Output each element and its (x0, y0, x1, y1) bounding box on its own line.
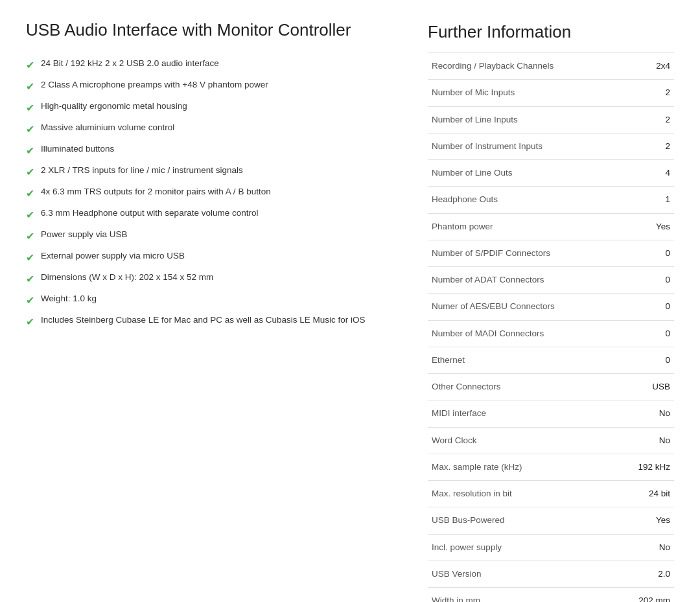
spec-row: Incl. power supplyNo (428, 534, 674, 561)
feature-item: ✔2 Class A microphone preamps with +48 V… (26, 76, 389, 97)
spec-label: Max. resolution in bit (428, 481, 620, 507)
spec-label: Other Connectors (428, 374, 620, 400)
spec-row: Number of ADAT Connectors0 (428, 267, 674, 294)
feature-text: High-quality ergonomic metal housing (41, 100, 187, 113)
spec-value: 0 (620, 294, 674, 320)
spec-label: Headphone Outs (428, 187, 620, 213)
spec-row: Headphone Outs1 (428, 187, 674, 213)
feature-text: Massive aluminium volume control (41, 121, 174, 134)
spec-label: USB Version (428, 561, 620, 587)
spec-label: Phantom power (428, 213, 620, 240)
feature-text: 24 Bit / 192 kHz 2 x 2 USB 2.0 audio int… (41, 57, 219, 70)
spec-label: Ethernet (428, 347, 620, 373)
feature-item: ✔High-quality ergonomic metal housing (26, 97, 389, 119)
feature-item: ✔Weight: 1.0 kg (26, 290, 389, 311)
spec-value: 2 (620, 106, 674, 133)
spec-value: No (620, 400, 674, 427)
features-list: ✔24 Bit / 192 kHz 2 x 2 USB 2.0 audio in… (26, 54, 389, 332)
spec-row: Number of MADI Connectors0 (428, 320, 674, 347)
spec-value: 0 (620, 347, 674, 373)
spec-value: No (620, 427, 674, 454)
check-icon: ✔ (26, 100, 34, 116)
spec-row: MIDI interfaceNo (428, 400, 674, 427)
spec-value: No (620, 534, 674, 561)
spec-label: Width in mm (428, 588, 620, 603)
spec-label: Recording / Playback Channels (428, 53, 620, 80)
spec-row: Max. resolution in bit24 bit (428, 481, 674, 507)
spec-label: Word Clock (428, 427, 620, 454)
feature-text: 4x 6.3 mm TRS outputs for 2 monitor pair… (41, 185, 271, 198)
feature-item: ✔Illuminated buttons (26, 140, 389, 161)
spec-label: Number of ADAT Connectors (428, 267, 620, 294)
spec-value: USB (620, 374, 674, 400)
feature-item: ✔2 XLR / TRS inputs for line / mic / ins… (26, 161, 389, 183)
check-icon: ✔ (26, 58, 34, 73)
feature-text: 2 XLR / TRS inputs for line / mic / inst… (41, 164, 243, 177)
spec-label: USB Bus-Powered (428, 507, 620, 534)
feature-item: ✔4x 6.3 mm TRS outputs for 2 monitor pai… (26, 183, 389, 204)
spec-row: Number of Line Inputs2 (428, 106, 674, 133)
spec-label: Number of Instrument Inputs (428, 133, 620, 159)
spec-value: 24 bit (620, 481, 674, 507)
spec-value: 2 (620, 133, 674, 159)
feature-text: Power supply via USB (41, 228, 128, 241)
feature-item: ✔Includes Steinberg Cubase LE for Mac an… (26, 311, 389, 332)
spec-row: USB Version2.0 (428, 561, 674, 587)
check-icon: ✔ (26, 314, 34, 330)
feature-item: ✔Power supply via USB (26, 226, 389, 247)
spec-value: 0 (620, 320, 674, 347)
feature-item: ✔6.3 mm Headphone output with separate v… (26, 204, 389, 226)
check-icon: ✔ (26, 250, 34, 266)
feature-item: ✔External power supply via micro USB (26, 247, 389, 268)
check-icon: ✔ (26, 229, 34, 244)
feature-item: ✔24 Bit / 192 kHz 2 x 2 USB 2.0 audio in… (26, 54, 389, 76)
check-icon: ✔ (26, 143, 34, 159)
feature-text: 6.3 mm Headphone output with separate vo… (41, 207, 258, 220)
spec-label: Number of MADI Connectors (428, 320, 620, 347)
spec-value: 0 (620, 267, 674, 294)
feature-text: Dimensions (W x D x H): 202 x 154 x 52 m… (41, 271, 213, 284)
spec-row: Numer of AES/EBU Connectors0 (428, 294, 674, 320)
spec-label: Number of Mic Inputs (428, 80, 620, 106)
spec-value: 1 (620, 187, 674, 213)
spec-row: Word ClockNo (428, 427, 674, 454)
spec-value: 202 mm (620, 588, 674, 603)
spec-row: Number of S/PDIF Connectors0 (428, 240, 674, 266)
spec-row: Phantom powerYes (428, 213, 674, 240)
spec-label: Max. sample rate (kHz) (428, 454, 620, 480)
spec-value: 4 (620, 160, 674, 187)
feature-text: External power supply via micro USB (41, 249, 185, 262)
spec-row: Max. sample rate (kHz)192 kHz (428, 454, 674, 480)
spec-label: Incl. power supply (428, 534, 620, 561)
check-icon: ✔ (26, 272, 34, 287)
further-info-title: Further Information (428, 19, 674, 45)
feature-text: Includes Steinberg Cubase LE for Mac and… (41, 314, 365, 327)
spec-label: Number of Line Inputs (428, 106, 620, 133)
spec-row: USB Bus-PoweredYes (428, 507, 674, 534)
page-container: USB Audio Interface with Monitor Control… (0, 0, 700, 602)
spec-value: 2x4 (620, 53, 674, 80)
spec-value: 2 (620, 80, 674, 106)
spec-label: Numer of AES/EBU Connectors (428, 294, 620, 320)
spec-value: 192 kHz (620, 454, 674, 480)
feature-text: 2 Class A microphone preamps with +48 V … (41, 78, 268, 91)
check-icon: ✔ (26, 207, 34, 223)
check-icon: ✔ (26, 186, 34, 202)
spec-row: Number of Instrument Inputs2 (428, 133, 674, 159)
spec-row: Recording / Playback Channels2x4 (428, 53, 674, 80)
spec-row: Ethernet0 (428, 347, 674, 373)
spec-label: Number of Line Outs (428, 160, 620, 187)
check-icon: ✔ (26, 122, 34, 137)
spec-value: Yes (620, 507, 674, 534)
left-column: USB Audio Interface with Monitor Control… (26, 19, 402, 602)
spec-label: Number of S/PDIF Connectors (428, 240, 620, 266)
feature-item: ✔Massive aluminium volume control (26, 119, 389, 140)
feature-text: Illuminated buttons (41, 143, 114, 156)
specs-table: Recording / Playback Channels2x4Number o… (428, 52, 674, 602)
spec-value: 2.0 (620, 561, 674, 587)
check-icon: ✔ (26, 165, 34, 180)
spec-value: Yes (620, 213, 674, 240)
spec-label: MIDI interface (428, 400, 620, 427)
spec-row: Number of Line Outs4 (428, 160, 674, 187)
check-icon: ✔ (26, 79, 34, 95)
